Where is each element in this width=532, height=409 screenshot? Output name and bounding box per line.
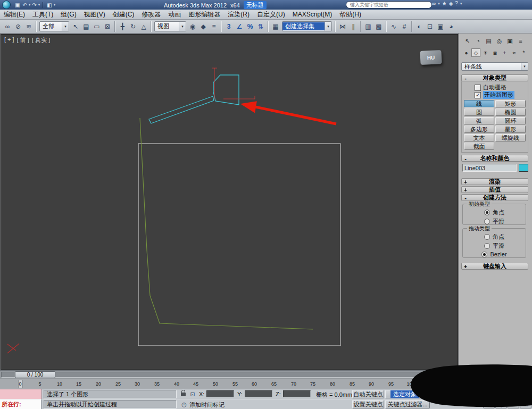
chevron-down-icon[interactable]: ▾ [29, 3, 31, 7]
select-and-move-button[interactable]: ╋ [117, 21, 128, 32]
absolute-offset-mode-toggle[interactable]: ⊡ [188, 390, 197, 398]
x-coordinate-field[interactable] [206, 390, 234, 397]
named-selection-sets-dropdown[interactable]: 创建选择集 ▾ [282, 21, 332, 31]
button-line[interactable]: 线 [464, 100, 494, 107]
tab-hierarchy[interactable]: ▤ [484, 36, 494, 46]
category-systems[interactable]: * [519, 48, 528, 57]
rollout-object-type[interactable]: - 对象类型 [461, 74, 528, 81]
viewport-front[interactable]: [ + ] [ 前 ] [ 真实 ] HU [1, 34, 458, 370]
tab-modify[interactable]: ◔ [473, 36, 483, 46]
snaps-toggle-button[interactable]: 3 [223, 21, 234, 32]
menu-tools[interactable]: 工具(T) [29, 10, 57, 19]
unlink-selection-button[interactable]: ⊘ [13, 21, 23, 32]
menu-edit[interactable]: 编辑(E) [0, 10, 29, 19]
menu-views[interactable]: 视图(V) [80, 10, 109, 19]
category-cameras[interactable]: ◙ [491, 48, 500, 57]
redo-icon[interactable]: ↷ [31, 2, 37, 8]
button-text[interactable]: 文本 [464, 134, 494, 141]
object-name-field[interactable] [462, 164, 517, 172]
menu-modifiers[interactable]: 修改器 [138, 10, 164, 19]
shape-type-dropdown[interactable]: 样条线 ▾ [461, 62, 528, 71]
zoom-region-icon[interactable]: ⊡ [483, 399, 495, 408]
category-helpers[interactable]: + [500, 48, 509, 57]
app-logo-icon[interactable] [2, 1, 11, 9]
radio-initial-smooth[interactable]: 平滑 [463, 218, 526, 226]
radio-drag-bezier[interactable]: Bezier [463, 251, 526, 257]
menu-rendering[interactable]: 渲染(R) [224, 10, 253, 19]
viewport-pov-menu[interactable]: [ 前 ] [17, 36, 29, 44]
rollout-keyboard-entry[interactable]: + 键盘输入 [461, 263, 528, 270]
select-and-scale-button[interactable]: △ [138, 21, 149, 32]
button-section[interactable]: 截面 [464, 143, 494, 150]
menu-customize[interactable]: 自定义(U) [253, 10, 289, 19]
zoom-all-icon[interactable]: ⊞ [495, 390, 507, 399]
viewport-canvas[interactable] [1, 35, 458, 369]
button-star[interactable]: 星形 [495, 126, 526, 133]
chevron-down-icon[interactable]: ▾ [438, 2, 440, 6]
category-lights[interactable]: ☀ [481, 48, 490, 57]
infocenter-search-input[interactable] [346, 1, 432, 9]
graphite-modeling-tools-button[interactable]: ▩ [373, 21, 384, 32]
menu-maxscript[interactable]: MAXScript(M) [289, 10, 336, 19]
angle-snap-toggle-button[interactable]: ∠ [234, 21, 245, 32]
select-and-rotate-button[interactable]: ↻ [128, 21, 138, 32]
rectangular-selection-region-button[interactable]: ▭ [92, 21, 102, 32]
button-rectangle[interactable]: 矩形 [495, 100, 526, 107]
viewport-shading-menu[interactable]: [ 真实 ] [32, 36, 50, 44]
tab-create[interactable]: ↖ [462, 36, 472, 46]
maxscript-macro-recorder[interactable] [0, 389, 42, 399]
radio-drag-corner[interactable]: 角点 [463, 233, 526, 241]
help-icon[interactable]: ? [455, 1, 458, 6]
zoom-icon[interactable]: ⊕ [483, 390, 495, 399]
chevron-down-icon[interactable]: ▾ [54, 3, 56, 7]
chevron-down-icon[interactable]: ▾ [38, 3, 40, 7]
rollout-name-color[interactable]: - 名称和颜色 [461, 155, 528, 162]
rollout-rendering[interactable]: + 渲染 [461, 178, 528, 185]
maxscript-mini-listener[interactable]: 所在行: [0, 399, 41, 409]
category-shapes[interactable]: ◇ [471, 48, 480, 57]
render-setup-button[interactable]: ⊡ [425, 21, 435, 32]
select-and-link-button[interactable]: ∞ [2, 21, 13, 32]
menu-help[interactable]: 帮助(H) [336, 10, 365, 19]
track-bar[interactable]: 0 5 10 15 20 25 30 35 40 45 50 55 60 65 … [0, 379, 459, 389]
menu-animation[interactable]: 动画 [164, 10, 185, 19]
rollout-interpolation[interactable]: + 插值 [461, 186, 528, 193]
tab-display[interactable]: ▣ [505, 36, 515, 46]
time-slider-track[interactable] [1, 372, 456, 378]
selection-lock-toggle[interactable] [179, 390, 187, 398]
favorites-star-icon[interactable]: ★ [442, 1, 447, 6]
percent-snap-toggle-button[interactable]: % [245, 21, 255, 32]
material-editor-button[interactable]: ◐ [414, 21, 425, 32]
auto-key-button[interactable]: 自动关键点 [352, 390, 384, 398]
spinner-snap-toggle-button[interactable]: ⇅ [255, 21, 266, 32]
time-tag-clock-icon[interactable]: ◷ [180, 400, 188, 408]
button-donut[interactable]: 圆环 [495, 117, 526, 124]
object-color-swatch[interactable] [519, 164, 528, 172]
menu-create[interactable]: 创建(C) [109, 10, 138, 19]
window-crossing-toggle-button[interactable]: ⊠ [102, 21, 113, 32]
set-key-button[interactable]: 设置关键点 [352, 400, 384, 408]
curve-editor-button[interactable]: ∿ [388, 21, 399, 32]
key-mode-dropdown[interactable]: 选定对象 [385, 390, 425, 398]
viewport-general-menu[interactable]: [ + ] [4, 36, 14, 44]
select-object-button[interactable]: ↖ [70, 21, 81, 32]
infocenter-search-icon[interactable]: ∞ [432, 1, 436, 6]
align-button[interactable]: ∥ [348, 21, 359, 32]
pan-icon[interactable]: ╋ [495, 399, 507, 408]
rollout-creation-method[interactable]: - 创建方法 [461, 194, 528, 201]
radio-initial-corner[interactable]: 角点 [463, 208, 526, 216]
category-space-warps[interactable]: ≈ [510, 48, 519, 57]
z-coordinate-field[interactable] [283, 390, 311, 397]
zoom-extents-all-icon[interactable]: ⊟ [520, 390, 531, 399]
use-pivot-point-center-button[interactable]: ◉ [187, 21, 198, 32]
button-arc[interactable]: 弧 [464, 117, 494, 124]
undo-icon[interactable]: ↶ [21, 2, 28, 8]
menu-graph-editors[interactable]: 图形编辑器 [185, 10, 224, 19]
reference-coordinate-dropdown[interactable]: 视图 ▾ [154, 21, 186, 31]
zoom-extents-icon[interactable]: ▣ [508, 390, 519, 399]
rendered-frame-window-button[interactable]: ▣ [435, 21, 446, 32]
orbit-icon[interactable]: ↻ [508, 399, 519, 408]
key-filters-button[interactable]: 关键点过滤器... [385, 400, 430, 408]
bind-to-space-warp-button[interactable]: ≋ [23, 21, 34, 32]
schematic-view-button[interactable]: # [399, 21, 410, 32]
